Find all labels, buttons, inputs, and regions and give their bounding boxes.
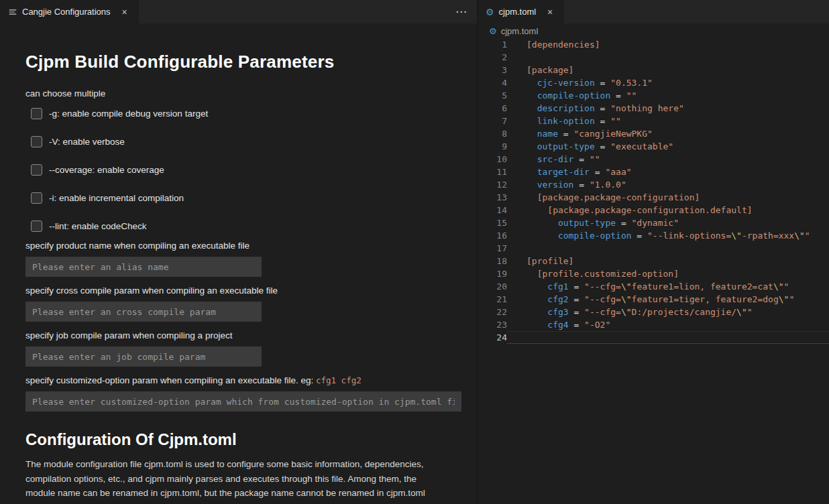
code-line[interactable]: 20 cfg1 = "--cfg=\"feature1=lion, featur… <box>478 280 829 293</box>
code-line[interactable]: 3[package] <box>478 64 829 76</box>
code-line[interactable]: 7 link-option = "" <box>478 115 829 127</box>
code-line[interactable]: 21 cfg2 = "--cfg=\"feature1=tiger, featu… <box>478 293 829 306</box>
tab-cjpm-toml[interactable]: ⚙ cjpm.toml × <box>478 0 564 23</box>
line-number: 24 <box>478 331 507 344</box>
tab-label: cjpm.toml <box>499 7 537 17</box>
checkbox-verbose[interactable] <box>31 136 42 147</box>
code-text: compile-option = "--link-options=\"-rpat… <box>507 229 829 242</box>
code-line[interactable]: 16 compile-option = "--link-options=\"-r… <box>478 229 829 242</box>
multi-select-hint: can choose multiple <box>25 88 462 99</box>
code-text: cjc-version = "0.53.1" <box>507 76 829 89</box>
code-line[interactable]: 9 output-type = "executable" <box>478 140 829 153</box>
code-line[interactable]: 19 [profile.customized-option] <box>478 267 829 280</box>
checkbox-label: --lint: enable codeCheck <box>49 221 147 231</box>
workbench: Cangjie Configurations × ⋯ Cjpm Build Co… <box>0 0 829 504</box>
checkbox-g[interactable] <box>31 108 42 119</box>
code-line[interactable]: 2 <box>478 51 829 64</box>
field-label: specify product name when compiling an e… <box>25 241 462 251</box>
code-editor[interactable]: 1[dependencies]23[package]4 cjc-version … <box>478 38 829 504</box>
checkbox-row: -V: enable verbose <box>31 135 462 147</box>
line-number: 21 <box>478 293 507 306</box>
code-text: target-dir = "aaa" <box>507 166 829 178</box>
line-number: 17 <box>478 242 507 255</box>
code-line[interactable]: 24 <box>478 331 829 344</box>
code-line[interactable]: 10 src-dir = "" <box>478 153 829 166</box>
code-text: cfg3 = "--cfg=\"D:/projects/cangjie/\"" <box>507 306 829 318</box>
line-number: 5 <box>478 89 507 102</box>
checkbox-label: -g: enable compile debug version target <box>49 109 208 119</box>
checkbox-label: --coverage: enable coverage <box>49 165 164 175</box>
gear-icon: ⚙ <box>489 27 497 36</box>
job-compile-input[interactable] <box>25 346 262 367</box>
code-text: description = "nothing here" <box>507 102 829 115</box>
field-list: specify product name when compiling an e… <box>25 241 462 412</box>
checkbox-incremental[interactable] <box>31 192 42 204</box>
line-number: 9 <box>478 140 507 153</box>
code-line[interactable]: 23 cfg4 = "-O2" <box>478 318 829 331</box>
gear-icon: ⚙ <box>486 7 494 17</box>
code-line[interactable]: 6 description = "nothing here" <box>478 102 829 115</box>
line-number: 14 <box>478 204 507 216</box>
code-text: cfg1 = "--cfg=\"feature1=lion, feature2=… <box>507 280 829 293</box>
field-label: specify cross compile param when compili… <box>25 286 462 296</box>
code-text <box>507 242 829 255</box>
close-icon[interactable]: × <box>544 6 556 18</box>
code-text: output-type = "dynamic" <box>507 216 829 229</box>
code-text: name = "cangjieNewPKG" <box>507 127 829 140</box>
breadcrumb-item[interactable]: cjpm.toml <box>501 26 539 36</box>
tab-cangjie-configurations[interactable]: Cangjie Configurations × <box>0 0 139 23</box>
breadcrumb[interactable]: ⚙ cjpm.toml <box>478 23 829 38</box>
checkbox-list: -g: enable compile debug version target-… <box>25 107 462 232</box>
checkbox-row: -i: enable incremental compilation <box>31 192 462 204</box>
code-text: [profile.customized-option] <box>507 267 829 280</box>
line-number: 10 <box>478 153 507 166</box>
code-text <box>507 331 829 344</box>
line-number: 13 <box>478 191 507 204</box>
checkbox-row: --coverage: enable coverage <box>31 164 462 176</box>
code-line[interactable]: 4 cjc-version = "0.53.1" <box>478 76 829 89</box>
code-line[interactable]: 11 target-dir = "aaa" <box>478 166 829 178</box>
code-line[interactable]: 14 [package.package-configuration.defaul… <box>478 204 829 216</box>
code-line[interactable]: 12 version = "1.0.0" <box>478 178 829 191</box>
editor-group-right: ⚙ cjpm.toml × ⚙ cjpm.toml 1[dependencies… <box>477 0 829 504</box>
checkbox-coverage[interactable] <box>31 164 42 176</box>
code-lines: 1[dependencies]23[package]4 cjc-version … <box>478 38 829 344</box>
page-title: Cjpm Build Configurable Parameters <box>25 52 462 72</box>
code-text: src-dir = "" <box>507 153 829 166</box>
code-line[interactable]: 8 name = "cangjieNewPKG" <box>478 127 829 140</box>
cross-compile-input[interactable] <box>25 302 262 322</box>
close-icon[interactable]: × <box>119 6 131 18</box>
code-line[interactable]: 17 <box>478 242 829 255</box>
checkbox-lint[interactable] <box>31 220 42 232</box>
product-name-input[interactable] <box>25 257 262 277</box>
more-actions-icon[interactable]: ⋯ <box>455 5 467 19</box>
code-line[interactable]: 13 [package.package-configuration] <box>478 191 829 204</box>
section-body: The module configuration file cjpm.toml … <box>25 457 440 501</box>
code-text: [package] <box>507 64 829 76</box>
section-title: Configuration Of Cjpm.toml <box>25 430 462 449</box>
line-number: 8 <box>478 127 507 140</box>
code-line[interactable]: 18[profile] <box>478 255 829 267</box>
code-text: output-type = "executable" <box>507 140 829 153</box>
field-label: specify customized-option param when com… <box>25 375 462 385</box>
line-number: 11 <box>478 166 507 178</box>
code-text: [dependencies] <box>507 38 829 51</box>
line-number: 18 <box>478 255 507 267</box>
line-number: 23 <box>478 318 507 331</box>
code-line[interactable]: 5 compile-option = "" <box>478 89 829 102</box>
code-text: [package.package-configuration.default] <box>507 204 829 216</box>
code-line[interactable]: 1[dependencies] <box>478 38 829 51</box>
code-text: version = "1.0.0" <box>507 178 829 191</box>
code-line[interactable]: 22 cfg3 = "--cfg=\"D:/projects/cangjie/\… <box>478 306 829 318</box>
line-number: 20 <box>478 280 507 293</box>
line-number: 2 <box>478 51 507 64</box>
line-number: 1 <box>478 38 507 51</box>
left-tabbar: Cangjie Configurations × ⋯ <box>0 0 477 23</box>
checkbox-label: -V: enable verbose <box>49 137 125 147</box>
line-number: 19 <box>478 267 507 280</box>
line-number: 16 <box>478 229 507 242</box>
code-line[interactable]: 15 output-type = "dynamic" <box>478 216 829 229</box>
customized-option-input[interactable] <box>25 391 461 412</box>
right-tabbar: ⚙ cjpm.toml × <box>478 0 829 23</box>
line-number: 22 <box>478 306 507 318</box>
